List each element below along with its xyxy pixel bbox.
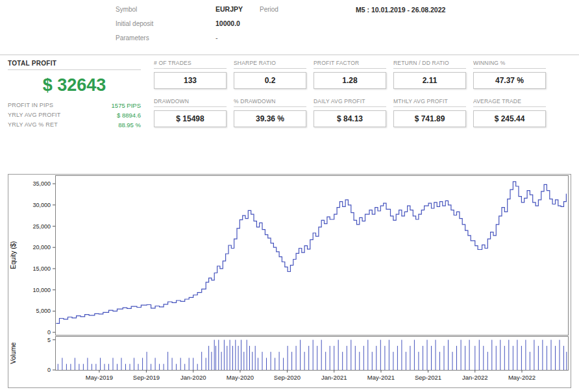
svg-text:0: 0	[47, 367, 51, 373]
svg-text:25,000: 25,000	[32, 223, 51, 230]
stat-value: $ 741.89	[393, 110, 466, 127]
initial-deposit-value: 10000.0	[216, 19, 240, 27]
svg-text:May-2020: May-2020	[227, 374, 254, 381]
svg-text:0: 0	[47, 329, 51, 336]
svg-text:20,000: 20,000	[32, 244, 51, 251]
stat-label: DAILY AVG PROFIT	[314, 98, 386, 107]
stat-value: $ 15498	[154, 110, 227, 127]
stat-value: 133	[154, 72, 227, 89]
stat-cell-profit-factor: PROFIT FACTOR 1.28	[314, 60, 386, 89]
stat-cell-winning-pct: WINNING % 47.37 %	[473, 60, 546, 89]
svg-text:5: 5	[47, 337, 51, 343]
summary-row-label: YRLY AVG PROFIT	[8, 112, 61, 119]
svg-text:Sep-2021: Sep-2021	[415, 374, 441, 381]
stats-grid: # OF TRADES 133 SHARPE RATIO 0.2 PROFIT …	[154, 60, 546, 127]
period-label: Period	[260, 6, 278, 13]
total-profit-label: TOTAL PROFIT	[8, 60, 141, 70]
stat-label: AVERAGE TRADE	[473, 98, 546, 107]
summary-row-value: 1575 PIPS	[112, 102, 141, 109]
total-profit-summary: TOTAL PROFIT $ 32643 PROFIT IN PIPS 1575…	[8, 60, 141, 131]
stat-cell-drawdown: DRAWDOWN $ 15498	[154, 98, 227, 127]
stat-label: # OF TRADES	[154, 60, 227, 69]
stat-label: SHARPE RATIO	[234, 60, 306, 69]
total-profit-value: $ 32643	[8, 75, 141, 95]
symbol-label: Symbol	[116, 6, 137, 13]
stat-label: DRAWDOWN	[154, 98, 227, 107]
summary-row-value: $ 8894.6	[117, 112, 141, 119]
stat-cell-daily-avg-profit: DAILY AVG PROFIT $ 84.13	[314, 98, 386, 127]
stat-cell-average-trade: AVERAGE TRADE $ 245.44	[473, 98, 546, 127]
summary-row-value: 88.95 %	[118, 121, 141, 129]
stat-value: $ 245.44	[473, 110, 546, 127]
svg-text:Volume: Volume	[10, 342, 17, 364]
svg-text:5,000: 5,000	[36, 308, 51, 314]
stat-label: WINNING %	[473, 60, 546, 69]
section-divider	[0, 55, 579, 55]
stat-value: 0.2	[234, 72, 306, 89]
svg-text:15,000: 15,000	[32, 265, 51, 272]
stat-label: PROFIT FACTOR	[314, 60, 386, 69]
svg-text:May-2019: May-2019	[86, 374, 113, 381]
svg-text:Sep-2020: Sep-2020	[274, 374, 301, 381]
equity-volume-chart-area: 35,00030,00025,00020,00015,00010,0005,00…	[8, 174, 571, 388]
svg-text:Equity ($): Equity ($)	[10, 241, 17, 269]
symbol-value: EURJPY	[216, 5, 243, 13]
parameters-value: -	[216, 34, 218, 42]
period-value: M5 : 10.01.2019 - 26.08.2022	[356, 6, 445, 14]
svg-text:Jan-2022: Jan-2022	[462, 374, 488, 381]
stat-cell-sharpe-ratio: SHARPE RATIO 0.2	[234, 60, 306, 89]
svg-text:Jan-2021: Jan-2021	[321, 374, 347, 381]
summary-row-profit-in-pips: PROFIT IN PIPS 1575 PIPS	[8, 102, 141, 109]
stat-cell-pct-drawdown: % DRAWDOWN 39.36 %	[234, 98, 306, 127]
summary-row-yrly-avg-profit: YRLY AVG PROFIT $ 8894.6	[8, 112, 141, 119]
summary-row-label: PROFIT IN PIPS	[8, 102, 53, 109]
stat-value: 47.37 %	[473, 72, 546, 89]
svg-text:May-2022: May-2022	[508, 374, 536, 381]
stat-cell-return-dd-ratio: RETURN / DD RATIO 2.11	[393, 60, 466, 89]
svg-text:35,000: 35,000	[32, 180, 51, 187]
stat-label: RETURN / DD RATIO	[393, 60, 466, 69]
svg-text:30,000: 30,000	[32, 202, 51, 208]
stat-value: $ 84.13	[314, 110, 386, 127]
parameters-label: Parameters	[116, 34, 149, 42]
stat-value: 2.11	[393, 72, 466, 89]
stat-value: 1.28	[314, 72, 386, 89]
svg-text:May-2021: May-2021	[367, 374, 395, 381]
summary-row-yrly-avg-pct-ret: YRLY AVG % RET 88.95 %	[8, 121, 141, 129]
initial-deposit-label: Initial deposit	[116, 20, 153, 27]
svg-text:10,000: 10,000	[32, 287, 51, 293]
equity-volume-chart: 35,00030,00025,00020,00015,00010,0005,00…	[8, 174, 571, 388]
summary-row-label: YRLY AVG % RET	[8, 121, 58, 129]
stat-label: MTHLY AVG PROFIT	[393, 98, 466, 107]
stat-cell-mthly-avg-profit: MTHLY AVG PROFIT $ 741.89	[393, 98, 466, 127]
stat-label: % DRAWDOWN	[234, 98, 306, 107]
stat-cell-num-trades: # OF TRADES 133	[154, 60, 227, 89]
summary-rows: PROFIT IN PIPS 1575 PIPS YRLY AVG PROFIT…	[8, 102, 141, 129]
svg-text:Sep-2019: Sep-2019	[133, 374, 160, 381]
stat-value: 39.36 %	[234, 110, 306, 127]
svg-text:Jan-2020: Jan-2020	[180, 374, 206, 381]
